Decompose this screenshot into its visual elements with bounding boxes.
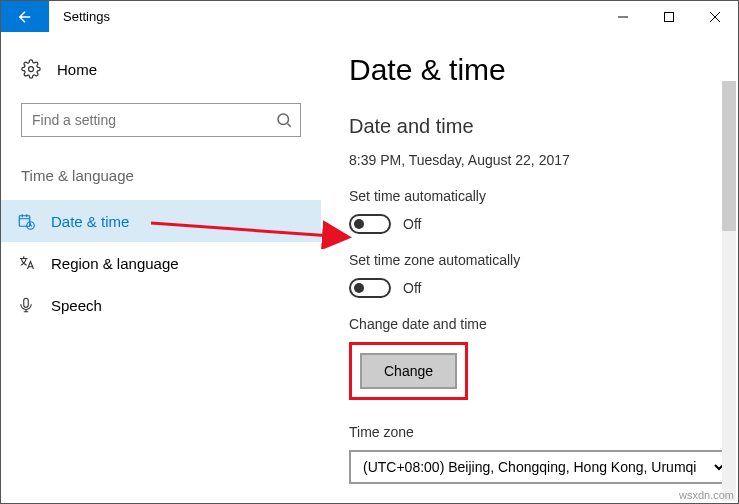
maximize-icon [664,12,674,22]
svg-point-2 [278,114,289,125]
svg-rect-5 [24,298,29,307]
close-icon [710,12,720,22]
set-time-auto-state: Off [403,216,421,232]
maximize-button[interactable] [646,1,692,32]
language-icon [17,254,35,272]
back-button[interactable] [1,1,49,32]
set-tz-auto-label: Set time zone automatically [349,252,730,268]
page-title: Date & time [349,53,730,87]
watermark: wsxdn.com [679,489,734,501]
change-date-time-label: Change date and time [349,316,730,332]
svg-rect-3 [19,216,30,227]
set-tz-auto-toggle[interactable] [349,278,391,298]
microphone-icon [17,296,35,314]
search-wrap [21,103,301,137]
sidebar-item-label: Region & language [51,255,179,272]
change-button[interactable]: Change [360,353,457,389]
current-datetime: 8:39 PM, Tuesday, August 22, 2017 [349,152,730,168]
gear-icon [21,59,41,79]
sidebar-item-label: Date & time [51,213,129,230]
scrollbar[interactable] [722,81,736,501]
arrow-left-icon [16,8,34,26]
close-button[interactable] [692,1,738,32]
minimize-icon [618,12,628,22]
set-time-auto-label: Set time automatically [349,188,730,204]
titlebar: Settings [1,1,738,33]
scrollbar-thumb[interactable] [722,81,736,231]
calendar-clock-icon [17,212,35,230]
timezone-label: Time zone [349,424,730,440]
search-input[interactable] [21,103,301,137]
set-tz-auto-state: Off [403,280,421,296]
content-area: Date & time Date and time 8:39 PM, Tuesd… [321,33,738,503]
timezone-select[interactable]: (UTC+08:00) Beijing, Chongqing, Hong Kon… [349,450,729,484]
window-title: Settings [49,1,600,32]
set-tz-auto-toggle-row: Off [349,278,730,298]
sidebar-item-date-time[interactable]: Date & time [1,200,321,242]
home-link[interactable]: Home [21,53,301,85]
minimize-button[interactable] [600,1,646,32]
annotation-highlight: Change [349,342,468,400]
section-heading: Date and time [349,115,730,138]
svg-point-1 [29,67,34,72]
set-time-auto-toggle[interactable] [349,214,391,234]
search-icon [275,111,293,129]
set-time-auto-toggle-row: Off [349,214,730,234]
category-heading: Time & language [21,167,301,184]
sidebar-item-speech[interactable]: Speech [1,284,321,326]
sidebar-item-region-language[interactable]: Region & language [1,242,321,284]
home-label: Home [57,61,97,78]
svg-rect-0 [665,12,674,21]
window-controls [600,1,738,32]
main-area: Home Time & language Date & time Region … [1,33,738,503]
sidebar: Home Time & language Date & time Region … [1,33,321,503]
sidebar-item-label: Speech [51,297,102,314]
